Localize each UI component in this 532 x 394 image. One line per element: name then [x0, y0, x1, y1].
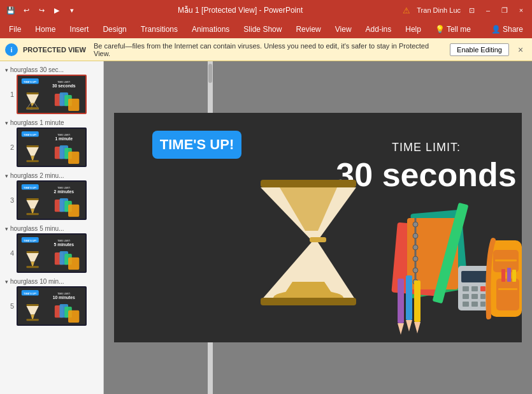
slide-row-3: 3 TIME'S UP! TIME LIMIT: 2 minutes: [5, 180, 98, 220]
svg-rect-13: [68, 99, 79, 111]
slide-thumbnail-3[interactable]: TIME'S UP! TIME LIMIT: 2 minutes: [17, 180, 87, 220]
svg-rect-45: [26, 251, 38, 253]
svg-rect-95: [414, 281, 421, 322]
svg-rect-115: [512, 270, 516, 282]
main-slide-svg: TIME'S UP! TIME LIMIT: 30 seconds: [114, 113, 522, 342]
thumb-content-1: TIME'S UP! TIME LIMIT: 30 seconds: [18, 76, 85, 113]
menu-bar: File Home Insert Design Transitions Anim…: [0, 20, 532, 38]
slide-thumbnail-5[interactable]: TIME'S UP! TIME LIMIT: 10 minutes: [17, 286, 87, 326]
menu-view[interactable]: View: [329, 24, 358, 35]
svg-text:TIME'S UP!: TIME'S UP!: [24, 187, 36, 189]
svg-rect-65: [68, 310, 79, 323]
slide-number-5: 5: [5, 302, 14, 310]
menu-share[interactable]: 👤Share: [485, 24, 529, 35]
close-button[interactable]: ×: [515, 4, 527, 16]
svg-text:TIME LIMIT:: TIME LIMIT:: [392, 141, 461, 154]
svg-rect-61: [26, 319, 38, 321]
slide-number-1: 1: [5, 91, 14, 98]
svg-rect-5: [26, 92, 38, 94]
protected-view-message: Be careful—files from the Internet can c…: [94, 42, 445, 57]
slide-label-2: ▾ hourglass 1 minute: [5, 119, 98, 126]
menu-help[interactable]: Help: [399, 24, 428, 35]
thumb-content-4: TIME'S UP! TIME LIMIT: 5 minutes: [18, 235, 85, 272]
menu-transitions[interactable]: Transitions: [134, 24, 184, 35]
svg-rect-78: [261, 298, 356, 305]
menu-tell-me[interactable]: 💡Tell me: [429, 24, 477, 35]
undo-icon[interactable]: ↩: [20, 4, 32, 16]
slide-item-3[interactable]: ▾ hourglass 2 minu... 3 TIME'S UP! TIME …: [0, 170, 103, 223]
menu-slide-show[interactable]: Slide Show: [237, 24, 288, 35]
minimize-button[interactable]: –: [482, 4, 494, 16]
svg-text:TIME'S UP!: TIME'S UP!: [24, 134, 36, 136]
svg-point-85: [413, 233, 418, 238]
protected-view-close[interactable]: ×: [514, 43, 527, 56]
svg-rect-112: [498, 288, 517, 290]
warning-icon: ⚠: [403, 6, 410, 15]
menu-review[interactable]: Review: [289, 24, 327, 35]
svg-rect-110: [495, 259, 517, 261]
svg-text:30 seconds: 30 seconds: [336, 156, 516, 193]
window-title: Mẫu 1 [Protected View] - PowerPoint: [78, 6, 403, 15]
svg-rect-22: [26, 160, 38, 162]
slide-thumbnail-2[interactable]: TIME'S UP! TIME LIMIT: 1 minute: [17, 128, 87, 167]
svg-rect-9: [26, 107, 38, 109]
svg-rect-26: [68, 152, 79, 164]
svg-rect-100: [471, 286, 478, 291]
slide-row-5: 5 TIME'S UP! TIME LIMIT: 10 minutes: [5, 286, 98, 326]
enable-editing-button[interactable]: Enable Editing: [450, 43, 509, 56]
menu-home[interactable]: Home: [29, 24, 62, 35]
thumb-content-2: TIME'S UP! TIME LIMIT: 1 minute: [18, 129, 85, 166]
svg-rect-52: [68, 258, 79, 270]
save-icon[interactable]: 💾: [5, 4, 17, 16]
svg-rect-74: [310, 237, 326, 242]
collapse-arrow-1: ▾: [5, 67, 8, 73]
main-area: ▾ hourglass 30 sec... 1 TIME'S UP! TIME …: [0, 61, 532, 394]
fit-window-icon[interactable]: ⊡: [466, 4, 477, 16]
menu-file[interactable]: File: [3, 24, 27, 35]
svg-rect-48: [26, 266, 38, 268]
slide-title-1: hourglass 30 sec...: [10, 66, 64, 73]
svg-text:TIME'S UP!: TIME'S UP!: [160, 136, 234, 152]
menu-insert[interactable]: Insert: [63, 24, 95, 35]
slide-item-1[interactable]: ▾ hourglass 30 sec... 1 TIME'S UP! TIME …: [0, 64, 103, 117]
menu-add-ins[interactable]: Add-ins: [359, 24, 398, 35]
thumb-svg-4: TIME'S UP! TIME LIMIT: 5 minutes: [18, 233, 85, 273]
maximize-button[interactable]: ❐: [499, 4, 510, 16]
slide-title-2: hourglass 1 minute: [10, 119, 64, 126]
svg-rect-111: [496, 279, 519, 310]
thumb-svg-2: TIME'S UP! TIME LIMIT: 1 minute: [18, 128, 85, 167]
svg-point-84: [413, 222, 418, 227]
slide-label-4: ▾ hourglass 5 minu...: [5, 225, 98, 232]
slide-item-2[interactable]: ▾ hourglass 1 minute 2 TIME'S UP! TIME L…: [0, 117, 103, 170]
svg-text:1 minute: 1 minute: [55, 136, 73, 141]
info-icon: i: [5, 43, 18, 56]
redo-icon[interactable]: ↪: [36, 4, 47, 16]
slide-label-3: ▾ hourglass 2 minu...: [5, 172, 98, 179]
svg-text:TIME'S UP!: TIME'S UP!: [24, 293, 36, 295]
svg-rect-71: [261, 180, 356, 187]
slide-title-4: hourglass 5 minu...: [10, 225, 64, 232]
collapse-arrow-4: ▾: [5, 226, 8, 232]
svg-text:TIME'S UP!: TIME'S UP!: [24, 240, 36, 242]
menu-design[interactable]: Design: [96, 24, 133, 35]
svg-text:TIME'S UP!: TIME'S UP!: [24, 81, 36, 84]
slide-thumbnail-4[interactable]: TIME'S UP! TIME LIMIT: 5 minutes: [17, 233, 87, 273]
svg-rect-105: [463, 302, 469, 307]
svg-rect-103: [471, 294, 478, 299]
present-icon[interactable]: ▶: [51, 4, 62, 16]
dropdown-icon[interactable]: ▾: [66, 4, 78, 16]
slide-item-4[interactable]: ▾ hourglass 5 minu... 4 TIME'S UP! TIME …: [0, 223, 103, 275]
svg-rect-113: [501, 269, 505, 282]
slide-item-5[interactable]: ▾ hourglass 10 min... 5 TIME'S UP! TIME …: [0, 275, 103, 328]
slide-number-3: 3: [5, 196, 14, 204]
slide-thumbnail-1[interactable]: TIME'S UP! TIME LIMIT: 30 seconds: [17, 75, 87, 114]
user-name: Tran Dinh Luc: [417, 6, 461, 14]
menu-animations[interactable]: Animations: [185, 24, 236, 35]
svg-point-88: [413, 268, 418, 273]
collapse-arrow-2: ▾: [5, 120, 8, 126]
slide-number-4: 4: [5, 249, 14, 257]
slide-title-5: hourglass 10 min...: [10, 278, 64, 285]
svg-rect-102: [463, 294, 469, 299]
scrollbar-thumb[interactable]: [208, 64, 212, 83]
thumb-content-5: TIME'S UP! TIME LIMIT: 10 minutes: [18, 288, 85, 325]
